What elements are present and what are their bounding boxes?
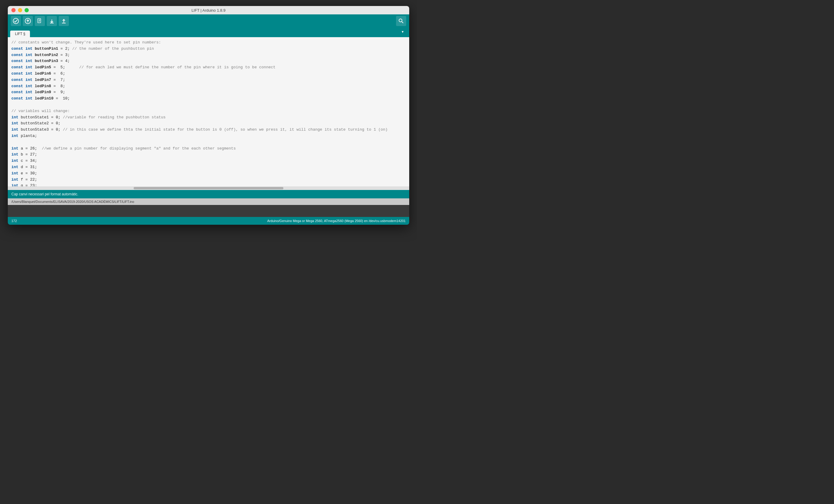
scrollbar-thumb[interactable] xyxy=(134,187,283,189)
code-editor[interactable]: // constants won't change. They're used … xyxy=(8,37,409,190)
maximize-button[interactable] xyxy=(25,8,29,12)
upload-icon xyxy=(25,18,31,24)
main-window: LIFT | Arduino 1.8.9 xyxy=(8,6,409,225)
board-info: Arduino/Genuino Mega or Mega 2560, ATmeg… xyxy=(267,219,405,223)
open-button[interactable] xyxy=(47,16,57,26)
toolbar xyxy=(8,14,409,27)
editor-area[interactable]: // constants won't change. They're used … xyxy=(8,37,409,190)
new-button[interactable] xyxy=(35,16,45,26)
save-button[interactable] xyxy=(59,16,69,26)
save-icon xyxy=(61,18,67,24)
filepath-text: /Users/Blanquet/Documents/ELISAVA/2019-2… xyxy=(12,200,134,203)
new-icon xyxy=(37,18,43,24)
search-icon xyxy=(398,18,404,24)
upload-button[interactable] xyxy=(23,16,33,26)
minimize-button[interactable] xyxy=(18,8,22,12)
svg-line-12 xyxy=(402,22,403,23)
status-text: Cap canvi necessari pel format automàtic… xyxy=(12,192,78,196)
verify-icon xyxy=(13,18,19,24)
title-bar: LIFT | Arduino 1.8.9 xyxy=(8,6,409,14)
window-title: LIFT | Arduino 1.8.9 xyxy=(192,8,225,13)
open-icon xyxy=(49,18,55,24)
tab-label: LIFT § xyxy=(15,32,25,36)
tab-lift[interactable]: LIFT § xyxy=(10,30,30,37)
tab-dropdown[interactable]: ▾ xyxy=(398,27,407,36)
svg-point-0 xyxy=(13,18,19,24)
tabs-bar: LIFT § ▾ xyxy=(8,27,409,37)
filepath-bar: /Users/Blanquet/Documents/ELISAVA/2019-2… xyxy=(8,198,409,205)
dropdown-icon: ▾ xyxy=(401,29,404,35)
bottom-status-bar: 172 Arduino/Genuino Mega or Mega 2560, A… xyxy=(8,217,409,225)
close-button[interactable] xyxy=(12,8,16,12)
status-message: Cap canvi necessari pel format automàtic… xyxy=(8,190,409,198)
horizontal-scrollbar[interactable] xyxy=(8,187,409,190)
svg-point-11 xyxy=(399,19,402,22)
line-number: 172 xyxy=(12,219,17,223)
editor-spacer xyxy=(8,205,409,217)
window-controls xyxy=(12,8,29,12)
verify-button[interactable] xyxy=(11,16,21,26)
search-button[interactable] xyxy=(396,16,406,26)
